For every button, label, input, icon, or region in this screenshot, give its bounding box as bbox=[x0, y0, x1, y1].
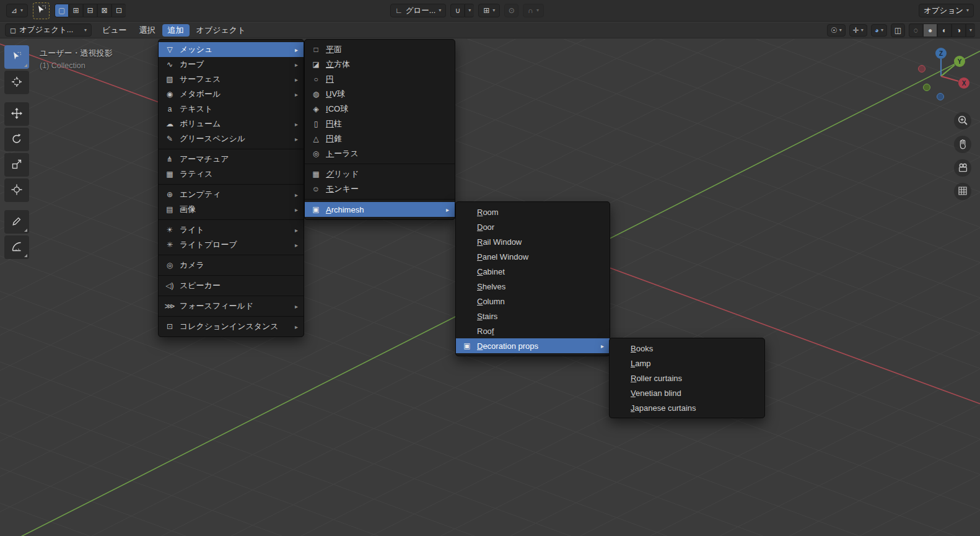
menu-item-curve[interactable]: ∿カーブ▸ bbox=[159, 57, 304, 72]
shading-solid-button[interactable]: ● bbox=[923, 24, 937, 37]
add-menu: ▽メッシュ▸∿カーブ▸▧サーフェス▸◉メタボール▸aテキスト☁ボリューム▸✎グリ… bbox=[158, 39, 304, 337]
transform-tool-button[interactable] bbox=[4, 178, 29, 202]
object-visibility-dropdown[interactable]: ☉ ▾ bbox=[827, 24, 846, 37]
menu-item-books[interactable]: Books bbox=[610, 341, 764, 356]
menu-item-cube[interactable]: ◪立方体 bbox=[305, 57, 455, 72]
menu-item-armature[interactable]: ⋔アーマチュア bbox=[159, 152, 304, 167]
menu-item-mesh[interactable]: ▽メッシュ▸ bbox=[159, 42, 304, 57]
menu-item-plane[interactable]: □平面 bbox=[305, 42, 455, 57]
xray-icon: ◫ bbox=[895, 27, 901, 34]
menu-separator bbox=[159, 184, 304, 185]
shading-dropdown[interactable]: ▾ bbox=[966, 24, 975, 37]
menu-item-shelves[interactable]: Shelves bbox=[456, 279, 610, 294]
gizmos-dropdown[interactable]: ✛ ▾ bbox=[849, 24, 867, 37]
menu-item-volume[interactable]: ☁ボリューム▸ bbox=[159, 116, 304, 131]
measure-tool-button[interactable] bbox=[4, 235, 29, 259]
menu-item-text[interactable]: aテキスト bbox=[159, 102, 304, 116]
menu-separator bbox=[159, 275, 304, 276]
scale-tool-button[interactable] bbox=[4, 153, 29, 177]
snap-toggle-button[interactable]: ∪ bbox=[450, 4, 465, 17]
menu-item-roof[interactable]: Roof bbox=[456, 323, 610, 338]
menu-item-light[interactable]: ☀ライト▸ bbox=[159, 222, 304, 237]
pan-button[interactable] bbox=[954, 136, 971, 153]
zoom-button[interactable] bbox=[954, 112, 971, 130]
shading-rendered-button[interactable]: ◑ bbox=[952, 24, 966, 37]
menu-item-light-probe[interactable]: ✳ライトプローブ▸ bbox=[159, 237, 304, 252]
viewport-3d[interactable]: ユーザー・透視投影 (1) Collection Z Y X ▽メッシュ▸∿カー… bbox=[0, 39, 980, 536]
chevron-down-icon: ▾ bbox=[861, 28, 864, 33]
menu-item-image[interactable]: ▤画像▸ bbox=[159, 202, 304, 217]
overlays-dropdown[interactable]: ◕ ▾ bbox=[871, 24, 887, 37]
menu-item-torus[interactable]: ◎トーラス bbox=[305, 146, 455, 161]
menu-item-collection-instance[interactable]: ⊡コレクションインスタンス▸ bbox=[159, 319, 304, 334]
menu-item-camera[interactable]: ◎カメラ bbox=[159, 258, 304, 273]
menu-item-ico-sphere[interactable]: ◈ICO球 bbox=[305, 102, 455, 116]
menu-select[interactable]: 選択 bbox=[134, 24, 161, 37]
menu-object[interactable]: オブジェクト bbox=[191, 24, 252, 37]
xray-toggle[interactable]: ◫ bbox=[891, 24, 905, 37]
menu-item-speaker[interactable]: ◁)スピーカー bbox=[159, 278, 304, 293]
menu-item-uv-sphere[interactable]: ◍UV球 bbox=[305, 87, 455, 102]
select-mode-extend-button[interactable]: ⊞ bbox=[69, 4, 83, 17]
snap-with-dropdown[interactable]: ⊞ ▾ bbox=[478, 4, 500, 17]
select-mode-set-button[interactable]: ▢ bbox=[55, 4, 69, 17]
rotate-tool-button[interactable] bbox=[4, 128, 29, 151]
toggle-ortho-button[interactable] bbox=[954, 183, 971, 200]
editor-type-button[interactable]: ⊿ ▾ bbox=[6, 4, 28, 17]
ico-sphere-icon: ◈ bbox=[310, 105, 322, 113]
menu-item-label: Lamp bbox=[631, 359, 750, 368]
menu-item-japanese-curtains[interactable]: Japanese curtains bbox=[610, 400, 764, 415]
options-button[interactable]: オプション ▾ bbox=[919, 4, 974, 17]
menu-item-lamp[interactable]: Lamp bbox=[610, 356, 764, 371]
menu-item-cabinet[interactable]: Cabinet bbox=[456, 264, 610, 279]
menu-separator bbox=[159, 255, 304, 255]
menu-item-empty[interactable]: ⊕エンプティ▸ bbox=[159, 187, 304, 202]
select-mode-subtract-button[interactable]: ⊟ bbox=[83, 4, 97, 17]
mode-dropdown[interactable]: ◻ オブジェクト... ▾ bbox=[5, 24, 92, 37]
move-tool-button[interactable] bbox=[4, 102, 29, 126]
menu-item-room[interactable]: Room bbox=[456, 204, 610, 219]
select-box-tool-button[interactable] bbox=[4, 45, 29, 69]
gizmo-minus-z-axis[interactable] bbox=[937, 94, 944, 100]
menu-view[interactable]: ビュー bbox=[97, 24, 133, 37]
menu-add[interactable]: 追加 bbox=[162, 24, 190, 37]
menu-item-grid[interactable]: ▦グリッド bbox=[305, 167, 455, 182]
snap-dropdown-button[interactable]: ▾ bbox=[465, 4, 474, 17]
falloff-dropdown[interactable]: ∩ ▾ bbox=[523, 4, 544, 17]
menu-item-rail-window[interactable]: Rail Window bbox=[456, 234, 610, 249]
menu-item-archimesh[interactable]: ▣Archimesh▸ bbox=[305, 202, 455, 217]
cursor-tool-button[interactable] bbox=[4, 71, 29, 94]
shading-material-button[interactable]: ◐ bbox=[937, 24, 952, 37]
select-mode-subtract-icon: ⊟ bbox=[87, 7, 94, 14]
menu-item-lattice[interactable]: ▦ラティス bbox=[159, 167, 304, 182]
select-mode-difference-button[interactable]: ⊠ bbox=[97, 4, 112, 17]
menu-item-venetian-blind[interactable]: Venetian blind bbox=[610, 385, 764, 400]
menu-item-monkey[interactable]: ☺モンキー bbox=[305, 182, 455, 196]
menu-item-column[interactable]: Column bbox=[456, 294, 610, 309]
transform-orientation-dropdown[interactable]: ∟ グロー... ▾ bbox=[390, 4, 446, 17]
camera-view-button[interactable] bbox=[954, 159, 971, 177]
menu-item-cone[interactable]: △円錐 bbox=[305, 131, 455, 146]
gizmo-minus-x-axis[interactable] bbox=[919, 66, 925, 72]
menu-item-panel-window[interactable]: Panel Window bbox=[456, 249, 610, 264]
empty-icon: ⊕ bbox=[164, 190, 175, 199]
menu-item-metaball[interactable]: ◉メタボール▸ bbox=[159, 87, 304, 102]
active-tool-indicator[interactable] bbox=[33, 2, 50, 19]
menu-item-grease-pencil[interactable]: ✎グリースペンシル▸ bbox=[159, 131, 304, 146]
menu-item-force-field[interactable]: ⋙フォースフィールド▸ bbox=[159, 299, 304, 314]
navigation-gizmo[interactable]: Z Y X bbox=[907, 44, 975, 108]
select-mode-intersect-button[interactable]: ⊡ bbox=[112, 4, 126, 17]
menu-item-door[interactable]: Door bbox=[456, 219, 610, 234]
menu-item-roller-curtains[interactable]: Roller curtains bbox=[610, 371, 764, 385]
menu-item-stairs[interactable]: Stairs bbox=[456, 309, 610, 323]
menu-item-cylinder[interactable]: ▯円柱 bbox=[305, 116, 455, 131]
menu-item-decoration-props[interactable]: ▣Decoration props▸ bbox=[456, 338, 610, 353]
menu-item-surface[interactable]: ▧サーフェス▸ bbox=[159, 72, 304, 87]
menu-item-circle[interactable]: ○円 bbox=[305, 72, 455, 87]
proportional-edit-toggle[interactable]: ⊙ bbox=[504, 4, 518, 17]
shading-wireframe-button[interactable]: ◌ bbox=[909, 24, 923, 37]
select-mode-difference-icon: ⊠ bbox=[102, 7, 108, 14]
select-box-tool-icon bbox=[11, 51, 22, 64]
gizmo-minus-y-axis[interactable] bbox=[924, 84, 930, 91]
annotate-tool-button[interactable] bbox=[4, 210, 29, 234]
